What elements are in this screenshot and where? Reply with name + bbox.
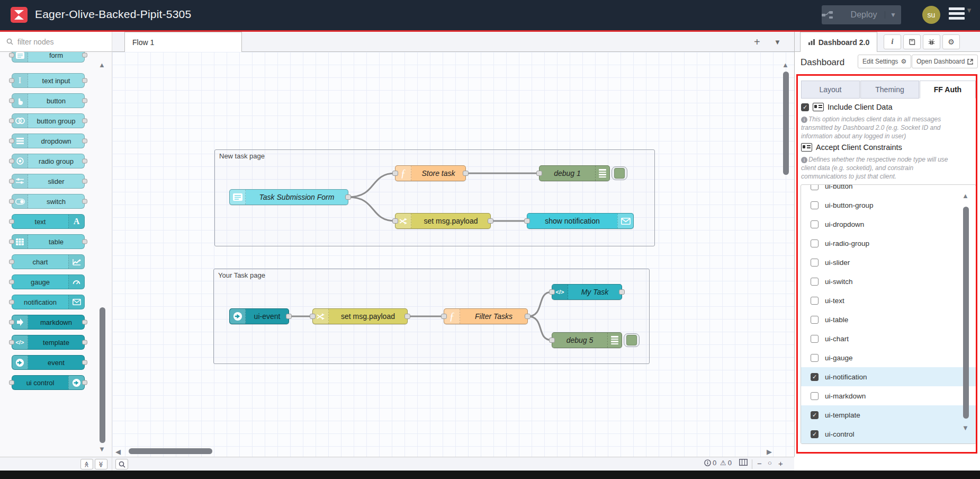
port[interactable] bbox=[524, 218, 530, 224]
list-item-ui-template[interactable]: ✓ui-template bbox=[801, 405, 976, 424]
checkbox[interactable]: ✓ bbox=[811, 430, 819, 438]
port[interactable] bbox=[82, 320, 87, 325]
list-item-ui-button-group[interactable]: ui-button-group bbox=[801, 196, 976, 215]
checkbox[interactable]: ✓ bbox=[811, 411, 819, 419]
port[interactable] bbox=[82, 53, 87, 58]
flow-canvas[interactable]: New task page Your Task page Task Submis… bbox=[112, 52, 794, 457]
palette-node-event[interactable]: event bbox=[12, 355, 85, 370]
port[interactable] bbox=[82, 179, 87, 184]
port[interactable] bbox=[9, 300, 14, 305]
edit-settings-button[interactable]: Edit Settings ⚙ bbox=[858, 55, 911, 68]
port[interactable] bbox=[345, 194, 351, 200]
port[interactable] bbox=[9, 139, 14, 144]
tab-flow-1[interactable]: Flow 1 bbox=[124, 32, 242, 52]
zoom-out-button[interactable]: − bbox=[757, 459, 762, 468]
port[interactable] bbox=[9, 159, 14, 164]
checkbox[interactable] bbox=[811, 335, 819, 343]
debug-toggle-button[interactable] bbox=[624, 333, 640, 347]
info-tab-button[interactable]: i bbox=[884, 34, 901, 49]
deploy-caret-icon[interactable]: ▼ bbox=[885, 11, 901, 19]
port[interactable] bbox=[9, 99, 14, 103]
node-set-msg-payload-2[interactable]: set msg.payload bbox=[312, 308, 408, 324]
port[interactable] bbox=[441, 314, 447, 319]
add-flow-button[interactable]: + bbox=[754, 36, 760, 48]
palette-node-form[interactable]: form bbox=[12, 52, 85, 63]
debug-toggle-button[interactable] bbox=[612, 166, 627, 180]
palette-scrollbar[interactable] bbox=[100, 307, 105, 443]
palette-node-button[interactable]: button bbox=[12, 93, 85, 108]
port[interactable] bbox=[9, 53, 14, 58]
node-my-task[interactable]: </> My Task bbox=[552, 284, 622, 300]
port[interactable] bbox=[82, 340, 87, 345]
help-book-button[interactable] bbox=[903, 34, 921, 49]
palette-node-chart[interactable]: chart bbox=[12, 254, 85, 269]
list-scroll-up-icon[interactable]: ▲ bbox=[962, 192, 969, 200]
node-show-notification[interactable]: show notification bbox=[527, 213, 634, 229]
list-item-ui-markdown[interactable]: ui-markdown bbox=[801, 386, 976, 405]
list-item-ui-control[interactable]: ✓ui-control bbox=[801, 424, 976, 443]
port[interactable] bbox=[536, 171, 542, 176]
port[interactable] bbox=[82, 380, 87, 385]
port[interactable] bbox=[82, 199, 87, 204]
search-flows-button[interactable] bbox=[115, 459, 128, 469]
port[interactable] bbox=[9, 119, 14, 123]
list-scrollbar[interactable] bbox=[963, 207, 969, 419]
checkbox[interactable] bbox=[811, 354, 819, 362]
palette-node-gauge[interactable]: gauge bbox=[12, 274, 85, 289]
list-item-ui-dropdown[interactable]: ui-dropdown bbox=[801, 215, 976, 234]
port[interactable] bbox=[9, 380, 14, 385]
node-store-task[interactable]: ƒ Store task bbox=[395, 165, 466, 181]
checkbox[interactable] bbox=[811, 259, 819, 267]
canvas-scroll-right-icon[interactable]: ▶ bbox=[767, 448, 772, 456]
palette-scroll-up-icon[interactable]: ▲ bbox=[98, 61, 105, 69]
main-menu-icon[interactable] bbox=[949, 7, 965, 22]
sidebar-menu-caret-icon[interactable]: ▼ bbox=[966, 6, 973, 14]
port[interactable] bbox=[392, 171, 398, 176]
port[interactable] bbox=[549, 338, 555, 343]
palette-node-dropdown[interactable]: dropdown bbox=[12, 134, 85, 148]
list-item-ui-slider[interactable]: ui-slider bbox=[801, 253, 976, 272]
deploy-button[interactable]: Deploy ▼ bbox=[822, 5, 901, 24]
checkbox[interactable] bbox=[811, 240, 819, 247]
port[interactable] bbox=[9, 199, 14, 204]
port[interactable] bbox=[9, 280, 14, 285]
collapse-all-button[interactable]: ≪ bbox=[80, 459, 93, 469]
palette-scroll-down-icon[interactable]: ▼ bbox=[98, 445, 105, 453]
port[interactable] bbox=[9, 340, 14, 345]
list-item-ui-button[interactable]: ui-button bbox=[801, 184, 976, 196]
port[interactable] bbox=[286, 314, 292, 319]
canvas-vertical-scrollbar[interactable] bbox=[783, 72, 789, 175]
palette-node-text[interactable]: text A bbox=[12, 214, 85, 229]
port[interactable] bbox=[9, 78, 14, 83]
port[interactable] bbox=[9, 240, 14, 244]
warning-count[interactable]: ⚠ 0 bbox=[720, 459, 732, 467]
canvas-horizontal-scrollbar[interactable] bbox=[129, 448, 212, 454]
palette-node-markdown[interactable]: markdown bbox=[12, 315, 85, 330]
tab-layout[interactable]: Layout bbox=[801, 81, 860, 99]
port[interactable] bbox=[619, 289, 625, 295]
list-item-ui-gauge[interactable]: ui-gauge bbox=[801, 348, 976, 367]
port[interactable] bbox=[82, 99, 87, 103]
list-item-ui-radio-group[interactable]: ui-radio-group bbox=[801, 234, 976, 253]
port[interactable] bbox=[82, 78, 87, 83]
checkbox[interactable] bbox=[811, 316, 819, 324]
tab-dashboard-2[interactable]: Dashboard 2.0 bbox=[800, 32, 877, 52]
palette-node-text-input[interactable]: I text input bbox=[12, 73, 85, 88]
navigator-button[interactable] bbox=[739, 459, 748, 466]
list-scroll-down-icon[interactable]: ▼ bbox=[962, 424, 969, 432]
checkbox[interactable] bbox=[811, 184, 819, 190]
checkbox[interactable]: ✓ bbox=[811, 373, 819, 381]
list-item-ui-notification[interactable]: ✓ui-notification bbox=[801, 367, 976, 386]
node-filter-tasks[interactable]: ƒ Filter Tasks bbox=[444, 308, 528, 324]
port[interactable] bbox=[549, 289, 555, 295]
port[interactable] bbox=[9, 219, 14, 224]
checkbox[interactable] bbox=[811, 297, 819, 305]
palette-node-switch[interactable]: switch bbox=[12, 194, 85, 209]
port[interactable] bbox=[82, 139, 87, 144]
checkbox[interactable] bbox=[811, 220, 819, 228]
canvas-scroll-up-icon[interactable]: ▲ bbox=[782, 61, 789, 69]
user-avatar[interactable]: su bbox=[922, 6, 940, 24]
port[interactable] bbox=[82, 360, 87, 365]
port[interactable] bbox=[9, 179, 14, 184]
expand-all-button[interactable]: ≪ bbox=[95, 459, 107, 469]
